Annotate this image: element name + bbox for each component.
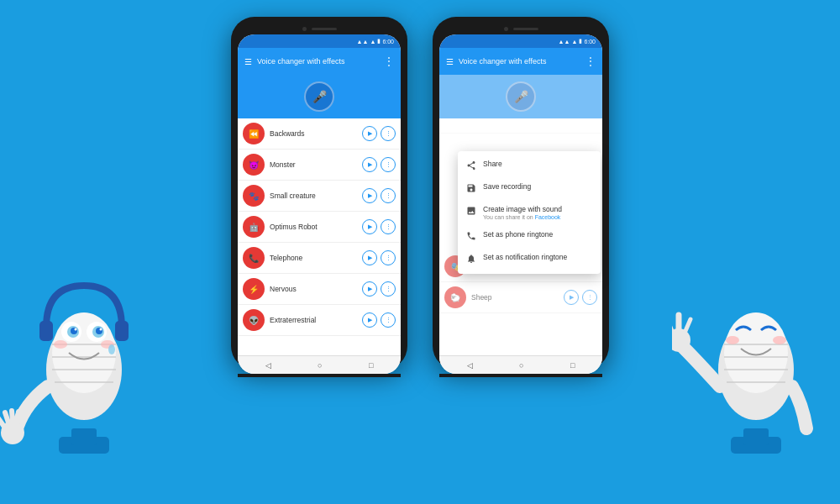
nervous-actions: ▶ ⋮ — [362, 281, 396, 297]
save-recording-icon — [466, 183, 476, 195]
more-icon-right[interactable]: ⋮ — [585, 55, 596, 67]
phones-container: ▲▲ ▲ ▮ 6:00 ☰ Voice changer with effects… — [231, 17, 609, 370]
monster-actions: ▶ ⋮ — [362, 157, 396, 172]
mic-area-right: 🎤 — [439, 75, 602, 118]
speaker-right — [513, 28, 538, 30]
more-icon-left[interactable]: ⋮ — [384, 55, 394, 67]
svg-line-22 — [5, 412, 8, 423]
mic-area-left: 🎤 — [238, 75, 401, 118]
battery-icon-right: ▮ — [579, 38, 582, 45]
effect-item-sheep: 🐑 Sheep ▶ ⋮ — [439, 282, 602, 313]
share-label: Share — [483, 160, 502, 169]
mic-button-left[interactable]: 🎤 — [304, 81, 334, 112]
effect-item-monster: 😈 Monster ▶ ⋮ — [238, 150, 401, 181]
backwards-actions: ▶ ⋮ — [362, 126, 396, 141]
camera-left — [302, 27, 307, 31]
telephone-more-btn[interactable]: ⋮ — [381, 250, 396, 265]
phone-screen-right: ▲▲ ▲ ▮ 6:00 ☰ Voice changer with effects… — [439, 34, 602, 374]
optimus-play-btn[interactable]: ▶ — [362, 219, 377, 234]
signal-icon: ▲▲ — [357, 39, 369, 45]
mascot-left — [0, 101, 168, 504]
backwards-more-btn[interactable]: ⋮ — [381, 126, 396, 141]
share-icon — [466, 160, 476, 172]
save-recording-label: Save recording — [483, 182, 531, 192]
mic-button-right[interactable]: 🎤 — [506, 81, 536, 112]
telephone-icon: 📞 — [243, 247, 265, 269]
nervous-play-btn[interactable]: ▶ — [362, 281, 377, 297]
context-menu: Share Save recording Create image w — [458, 151, 601, 274]
svg-rect-1 — [71, 428, 97, 445]
wifi-icon-right: ▲ — [571, 39, 577, 45]
backwards-play-btn[interactable]: ▶ — [362, 126, 377, 141]
telephone-play-btn[interactable]: ▶ — [362, 250, 377, 265]
sheep-play-btn[interactable]: ▶ — [564, 290, 579, 305]
svg-rect-18 — [39, 321, 53, 341]
extraterrestrial-label: Extraterrestrial — [270, 316, 357, 324]
extraterrestrial-more-btn[interactable]: ⋮ — [381, 312, 396, 328]
app-bar-right: ☰ Voice changer with effects ⋮ — [439, 48, 602, 75]
nervous-more-btn[interactable]: ⋮ — [381, 281, 396, 297]
nervous-label: Nervous — [270, 285, 357, 293]
optimus-more-btn[interactable]: ⋮ — [381, 219, 396, 234]
time-display: 6:00 — [382, 39, 394, 45]
notification-ringtone-label: Set as notification ringtone — [483, 253, 567, 262]
svg-point-29 — [724, 312, 788, 393]
svg-line-38 — [685, 319, 690, 331]
status-icons-right: ▲▲ ▲ ▮ 6:00 — [559, 38, 596, 45]
monster-more-btn[interactable]: ⋮ — [381, 157, 396, 172]
svg-point-3 — [52, 312, 116, 393]
backwards-label: Backwards — [270, 129, 357, 138]
small-creature-play-btn[interactable]: ▶ — [362, 188, 377, 203]
optimus-icon: 🤖 — [243, 216, 265, 238]
menu-item-phone-ringtone[interactable]: Set as phone ringtone — [458, 225, 601, 248]
status-bar-left: ▲▲ ▲ ▮ 6:00 — [238, 34, 401, 48]
hamburger-icon-right[interactable]: ☰ — [446, 57, 454, 66]
effect-list-right: Share Save recording Create image w — [439, 118, 602, 355]
svg-rect-27 — [743, 428, 769, 445]
facebook-link: Facebook — [535, 214, 561, 220]
extraterrestrial-actions: ▶ ⋮ — [362, 312, 396, 328]
home-btn-left[interactable]: ○ — [318, 361, 322, 370]
svg-point-14 — [75, 328, 77, 331]
home-btn-right[interactable]: ○ — [519, 361, 523, 370]
notification-ringtone-icon — [466, 254, 476, 265]
extraterrestrial-play-btn[interactable]: ▶ — [362, 312, 377, 328]
back-btn-right[interactable]: ◁ — [467, 361, 473, 370]
sheep-more-btn[interactable]: ⋮ — [582, 290, 597, 305]
create-image-label: Create image with sound — [483, 205, 562, 214]
monster-play-btn[interactable]: ▶ — [362, 157, 377, 172]
svg-point-25 — [108, 344, 115, 354]
wifi-icon: ▲ — [370, 39, 375, 45]
time-display-right: 6:00 — [584, 39, 596, 45]
status-bar-right: ▲▲ ▲ ▮ 6:00 — [439, 34, 602, 48]
svg-point-16 — [54, 340, 67, 349]
phone-bottom-right — [439, 374, 602, 377]
svg-line-21 — [0, 418, 4, 427]
small-creature-icon: 🐾 — [243, 185, 265, 207]
menu-item-save-recording[interactable]: Save recording — [458, 177, 601, 200]
monster-icon: 😈 — [243, 154, 265, 176]
menu-item-share[interactable]: Share — [458, 155, 601, 177]
create-image-icon — [466, 206, 476, 218]
hamburger-icon-left[interactable]: ☰ — [244, 57, 252, 66]
phone-screen-left: ▲▲ ▲ ▮ 6:00 ☰ Voice changer with effects… — [238, 34, 401, 374]
menu-item-notification-ringtone[interactable]: Set as notification ringtone — [458, 248, 601, 270]
small-creature-more-btn[interactable]: ⋮ — [381, 188, 396, 203]
recent-btn-right[interactable]: □ — [570, 361, 575, 370]
phone-bottom-left — [238, 374, 401, 377]
svg-point-15 — [100, 328, 102, 331]
battery-icon: ▮ — [377, 38, 381, 45]
monster-label: Monster — [270, 160, 357, 169]
recent-btn-left[interactable]: □ — [369, 361, 373, 370]
optimus-label: Optimus Robot — [270, 223, 357, 231]
effect-list-left: ⏪ Backwards ▶ ⋮ 😈 Monster ▶ ⋮ � — [238, 118, 401, 355]
effect-item-dimmed1 — [439, 118, 602, 134]
phone-top-detail-left — [238, 24, 401, 34]
signal-icon-right: ▲▲ — [559, 39, 570, 45]
sheep-actions: ▶ ⋮ — [564, 290, 597, 305]
back-btn-left[interactable]: ◁ — [265, 361, 271, 370]
phone-nav-left: ◁ ○ □ — [238, 355, 401, 374]
menu-item-create-image[interactable]: Create image with sound You can share it… — [458, 200, 601, 225]
phone-ringtone-label: Set as phone ringtone — [483, 230, 553, 239]
small-creature-actions: ▶ ⋮ — [362, 188, 396, 203]
